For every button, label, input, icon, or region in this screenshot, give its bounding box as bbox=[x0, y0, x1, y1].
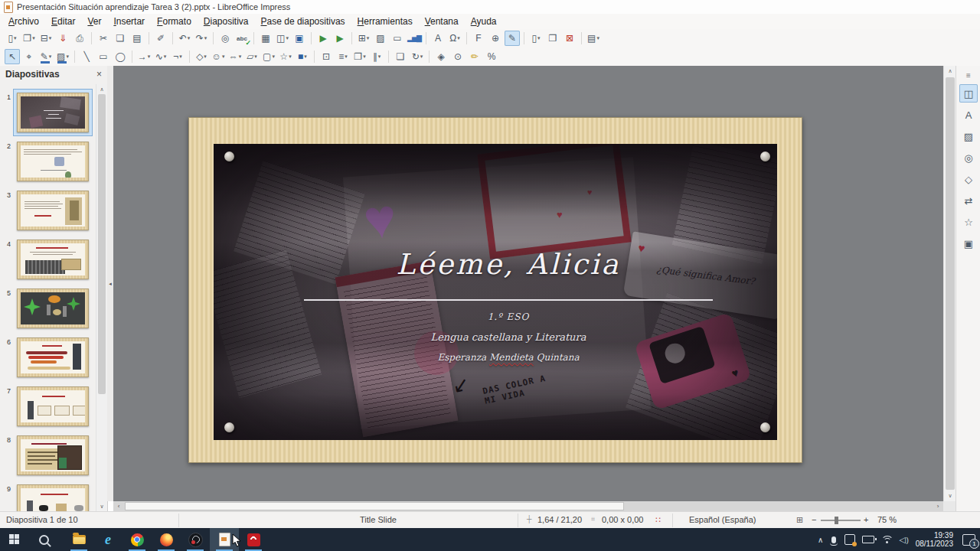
horizontal-scrollbar-thumb[interactable] bbox=[125, 502, 624, 510]
menu-ventana[interactable]: Ventana bbox=[419, 15, 465, 28]
zoom-level-status[interactable]: 75 % bbox=[877, 515, 897, 524]
transformations-icon[interactable]: ↻ bbox=[410, 49, 425, 64]
menu-insertar[interactable]: Insertar bbox=[107, 15, 151, 28]
horizontal-scrollbar[interactable]: ‹ › bbox=[113, 501, 943, 511]
taskbar-internet-explorer[interactable]: e bbox=[93, 528, 122, 551]
zoom-slider-track[interactable] bbox=[821, 520, 861, 521]
clone-formatting-icon[interactable]: ✐ bbox=[153, 31, 168, 46]
tray-chevron-icon[interactable]: ∧ bbox=[818, 536, 823, 544]
master-slide-icon[interactable]: ▣ bbox=[292, 31, 307, 46]
insert-chart-icon[interactable]: ▂▅▇ bbox=[407, 31, 422, 46]
scroll-right-icon[interactable]: › bbox=[933, 501, 943, 511]
slide-thumbnail-9[interactable]: 9 bbox=[17, 484, 89, 511]
interaction-icon[interactable]: ◈ bbox=[433, 49, 449, 64]
taskbar-clock[interactable]: 19:39 08/11/2023 bbox=[916, 531, 953, 549]
navigator-icon[interactable]: ◎ bbox=[959, 148, 978, 167]
undo-icon[interactable]: ↶ bbox=[177, 31, 192, 46]
insert-image-icon[interactable]: ▨ bbox=[373, 31, 388, 46]
wifi-icon[interactable] bbox=[881, 536, 892, 543]
paste-icon[interactable]: ▤ bbox=[129, 31, 145, 46]
menu-ver[interactable]: Ver bbox=[81, 15, 107, 28]
slide-thumbnail-1[interactable]: 1 bbox=[17, 93, 89, 132]
align-icon[interactable]: ≡ bbox=[335, 49, 351, 64]
export-pdf-icon[interactable]: ⇓ bbox=[55, 31, 70, 46]
slide-grade[interactable]: 1.º ESO bbox=[240, 311, 777, 322]
menu-ayuda[interactable]: Ayuda bbox=[465, 15, 503, 28]
slide-thumbnail-5[interactable]: 5 bbox=[17, 289, 89, 328]
line-color-icon[interactable]: ✎ bbox=[38, 49, 54, 64]
callouts-icon[interactable]: ▢ bbox=[261, 49, 276, 64]
slide-title[interactable]: Léeme, Alicia bbox=[240, 248, 777, 281]
zoom-slider-thumb[interactable] bbox=[835, 517, 838, 524]
vertical-text-icon[interactable]: F bbox=[471, 31, 486, 46]
slide-thumbnail-7[interactable]: 7 bbox=[17, 386, 89, 426]
taskbar-search-button[interactable] bbox=[29, 528, 58, 551]
fit-slide-icon[interactable]: ⊞ bbox=[796, 515, 803, 525]
properties-icon[interactable]: ◫ bbox=[959, 84, 978, 103]
start-button[interactable] bbox=[0, 528, 29, 551]
taskbar-firefox[interactable] bbox=[152, 528, 181, 551]
fill-color-icon[interactable]: ▨ bbox=[55, 49, 70, 64]
insert-media-icon[interactable]: ▭ bbox=[390, 31, 405, 46]
language-status[interactable]: Español (España) bbox=[689, 515, 756, 524]
menu-formato[interactable]: Formato bbox=[151, 15, 198, 28]
scroll-left-icon[interactable]: ‹ bbox=[113, 501, 124, 511]
slide-thumbnail-3[interactable]: 3 bbox=[17, 191, 89, 230]
ellipse-icon[interactable]: ◯ bbox=[113, 49, 128, 64]
taskbar-acrobat[interactable] bbox=[239, 528, 268, 551]
symbol-shapes-icon[interactable]: ☺ bbox=[211, 49, 226, 64]
taskbar-chrome[interactable] bbox=[122, 528, 152, 551]
redo-icon[interactable]: ↷ bbox=[194, 31, 209, 46]
save-icon[interactable]: ⊟ bbox=[38, 31, 54, 46]
slide-thumbnail-6[interactable]: 6 bbox=[17, 337, 89, 377]
gallery-icon[interactable]: ▨ bbox=[959, 127, 978, 145]
show-draw-functions-icon[interactable]: ✎ bbox=[505, 31, 520, 46]
edit-points-icon[interactable]: ⊡ bbox=[318, 49, 334, 64]
insert-line-icon[interactable]: ╲ bbox=[79, 49, 94, 64]
vertical-scrollbar[interactable]: ∧ ∨ bbox=[943, 66, 956, 501]
slide-thumbnail-2[interactable]: 2 bbox=[17, 142, 89, 181]
master-slides-icon[interactable]: ▣ bbox=[959, 234, 978, 253]
rectangle-icon[interactable]: ▭ bbox=[96, 49, 111, 64]
flowchart-icon[interactable]: ▱ bbox=[244, 49, 260, 64]
menu-herramientas[interactable]: Herramientas bbox=[351, 15, 419, 28]
basic-shapes-icon[interactable]: ◇ bbox=[194, 49, 209, 64]
collapse-left-icon[interactable]: ◂ bbox=[109, 281, 112, 287]
special-character-icon[interactable]: Ω bbox=[447, 31, 462, 46]
copy-icon[interactable]: ❏ bbox=[113, 31, 128, 46]
insert-table-icon[interactable]: ⊞ bbox=[356, 31, 371, 46]
scroll-up-icon[interactable]: ∧ bbox=[96, 84, 107, 94]
new-slide-icon[interactable]: ▯ bbox=[528, 31, 544, 46]
slide-author[interactable]: Esperanza Mendieta Quintana bbox=[240, 352, 777, 363]
display-grid-icon[interactable]: ▦ bbox=[258, 31, 273, 46]
shadow-icon[interactable]: ❏ bbox=[393, 49, 408, 64]
block-arrows-icon[interactable]: ⇔ bbox=[227, 49, 243, 64]
panel-scrollbar[interactable]: ∧ ∨ bbox=[96, 84, 107, 511]
slide-transition-icon[interactable]: ⇄ bbox=[959, 191, 978, 210]
curves-polygons-icon[interactable]: ∿ bbox=[153, 49, 168, 64]
display-views-icon[interactable]: ◫ bbox=[275, 31, 290, 46]
sidebar-settings-icon[interactable]: ≡ bbox=[959, 69, 978, 81]
start-slideshow-icon[interactable]: ▶ bbox=[315, 31, 331, 46]
duplicate-slide-icon[interactable]: ❐ bbox=[545, 31, 560, 46]
select-icon[interactable]: ↖ bbox=[5, 49, 20, 64]
new-icon[interactable]: ▯ bbox=[5, 31, 20, 46]
spelling-icon[interactable]: abc bbox=[234, 31, 250, 46]
panel-scrollbar-thumb[interactable] bbox=[98, 94, 106, 394]
slide-thumbnail-8[interactable]: 8 bbox=[17, 435, 89, 475]
arrange-icon[interactable]: ❐ bbox=[352, 49, 368, 64]
zoom-out-icon[interactable]: − bbox=[812, 515, 816, 524]
tray-app-icon[interactable] bbox=[844, 534, 855, 545]
scroll-down-icon[interactable]: ∨ bbox=[96, 501, 107, 511]
volume-icon[interactable]: ◁ bbox=[899, 535, 908, 545]
toggle-extrusion-icon[interactable]: % bbox=[484, 49, 499, 64]
slide-canvas[interactable]: ♥ ♥ ♥ ♥ ¿Qué significa Amor? ↙ DAS COLOR… bbox=[113, 66, 943, 501]
insert-text-box-icon[interactable]: A bbox=[430, 31, 446, 46]
menu-diapositiva[interactable]: Diapositiva bbox=[198, 15, 255, 28]
delete-slide-icon[interactable]: ⊠ bbox=[562, 31, 577, 46]
microphone-icon[interactable] bbox=[831, 536, 836, 543]
shapes-icon[interactable]: ◇ bbox=[959, 170, 978, 188]
slide-layout-icon[interactable]: ▤ bbox=[586, 31, 601, 46]
taskbar-obs[interactable] bbox=[181, 528, 210, 551]
close-icon[interactable]: × bbox=[96, 69, 102, 80]
